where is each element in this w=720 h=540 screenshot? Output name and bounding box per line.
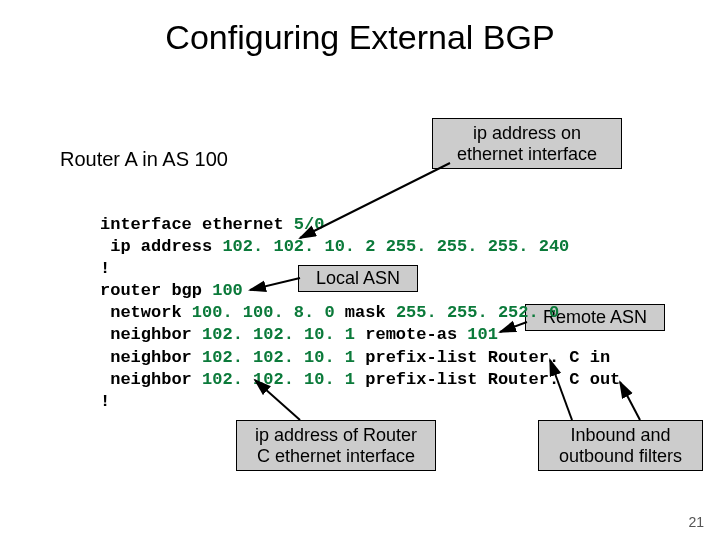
code-line: ip address 102. 102. 10. 2 255. 255. 255… bbox=[100, 237, 569, 256]
code-line: neighbor 102. 102. 10. 1 prefix-list Rou… bbox=[100, 348, 610, 367]
callout-ip-routerc: ip address of RouterC ethernet interface bbox=[236, 420, 436, 471]
code-line: network 100. 100. 8. 0 mask 255. 255. 25… bbox=[100, 303, 559, 322]
slide-number: 21 bbox=[688, 514, 704, 530]
callout-ip-ethernet: ip address onethernet interface bbox=[432, 118, 622, 169]
code-line: router bgp 100 bbox=[100, 281, 243, 300]
code-line: interface ethernet 5/0 bbox=[100, 215, 324, 234]
router-subtitle: Router A in AS 100 bbox=[60, 148, 228, 171]
code-line: ! bbox=[100, 392, 110, 411]
slide-title: Configuring External BGP bbox=[0, 18, 720, 57]
config-code-block: interface ethernet 5/0 ip address 102. 1… bbox=[100, 214, 620, 413]
code-line: neighbor 102. 102. 10. 1 prefix-list Rou… bbox=[100, 370, 620, 389]
code-line: neighbor 102. 102. 10. 1 remote-as 101 bbox=[100, 325, 498, 344]
code-line: ! bbox=[100, 259, 110, 278]
svg-line-5 bbox=[620, 382, 640, 420]
callout-filters: Inbound andoutbound filters bbox=[538, 420, 703, 471]
